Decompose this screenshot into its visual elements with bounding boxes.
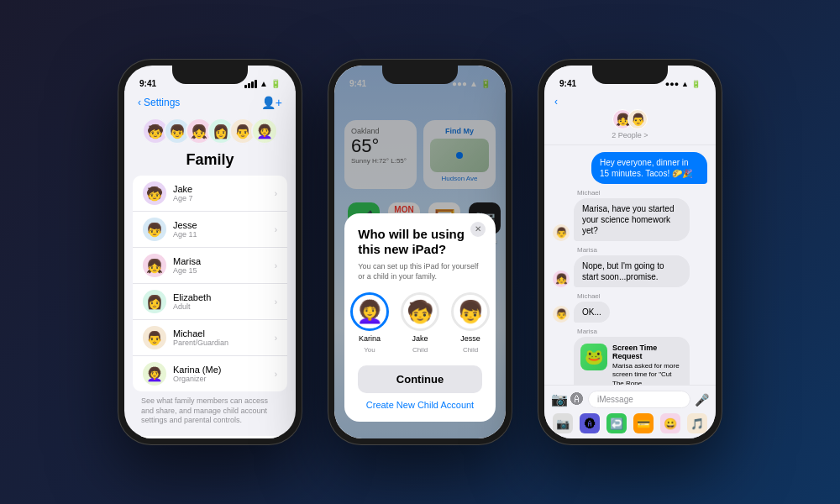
marisa-avatar: 👧 (143, 254, 166, 277)
karina-modal-avatar: 👩‍🦱 (350, 292, 389, 331)
messages-nav: ‹ 👧 👨 2 People > (544, 91, 716, 145)
family-avatar-group: 🧒 👦 👧 👩 👨 👩‍🦱 (124, 113, 296, 148)
strip-music-icon[interactable]: 🎵 (687, 413, 707, 433)
family-checklist-item[interactable]: ☑️ Family Checklist All set › (133, 436, 287, 438)
elizabeth-info: Elizabeth Adult (173, 292, 268, 311)
group-avatar-2: 👨 (627, 109, 648, 129)
strip-appstore-icon[interactable]: 🅐 (580, 413, 600, 433)
screen-time-header: 🐸 Screen Time Request Marisa asked for m… (580, 344, 683, 385)
phone1-time: 9:41 (139, 79, 156, 88)
modal-close-button[interactable]: ✕ (470, 222, 486, 237)
family-members-list: 🧒 Jake Age 7 › 👦 Jesse Age 11 › 👧 Marisa (133, 176, 287, 391)
jesse-info: Jesse Age 11 (173, 220, 268, 239)
michael-bubble-ok: OK... (574, 302, 610, 323)
phone-family-settings: 9:41 ▲ 🔋 ‹ Settings 👤+ 🧒 (118, 59, 302, 445)
add-family-member-icon[interactable]: 👤+ (261, 96, 282, 109)
imessage-input[interactable]: iMessage (588, 391, 690, 408)
battery-icon: 🔋 (691, 80, 701, 88)
appstore-message-icon[interactable]: 🅐 (570, 392, 584, 407)
modal-user-jesse[interactable]: 👦 Jesse Child (451, 292, 490, 354)
avatar-karina: 👩‍🦱 (251, 118, 278, 144)
phone2-screen: 9:41 ●●● ▲ 🔋 Oakland 65° Sunny H:72° L:5… (334, 66, 506, 438)
phone-messages: 9:41 ●●● ▲ 🔋 ‹ 👧 👨 2 People > Hey everyo… (538, 59, 722, 445)
message-left-icons: 📷 🅐 (551, 391, 584, 407)
phone3-screen: 9:41 ●●● ▲ 🔋 ‹ 👧 👨 2 People > Hey everyo… (544, 66, 716, 438)
marisa-sender-name-2: Marisa (574, 328, 690, 335)
phone3-notch (592, 66, 668, 84)
karina-modal-role: You (364, 346, 375, 354)
messages-input-area: 📷 🅐 iMessage 🎤 📷 🅐 ↩️ 💳 😀 🎵 🔴 (544, 385, 716, 438)
jake-modal-role: Child (412, 346, 428, 354)
microphone-icon[interactable]: 🎤 (695, 393, 709, 407)
michael-msg-avatar: 👨 (553, 224, 570, 241)
jake-chevron-icon: › (275, 189, 277, 198)
michael-msg-avatar-2: 👨 (553, 306, 570, 323)
member-marisa[interactable]: 👧 Marisa Age 15 › (133, 248, 287, 284)
karina-modal-name: Karina (359, 334, 381, 343)
jake-modal-name: Jake (412, 334, 428, 343)
family-note: See what family members can access and s… (124, 391, 296, 431)
member-jesse[interactable]: 👦 Jesse Age 11 › (133, 212, 287, 248)
marisa-sender-name: Marisa (574, 246, 690, 254)
jesse-avatar: 👦 (143, 218, 166, 241)
jesse-modal-avatar: 👦 (451, 292, 490, 331)
create-new-child-link[interactable]: Create New Child Account (358, 400, 482, 410)
modal-user-jake[interactable]: 🧒 Jake Child (401, 292, 439, 354)
michael-msg-content: Michael Marisa, have you started your sc… (574, 189, 690, 241)
game-icon: 🐸 (580, 344, 607, 370)
imessage-placeholder: iMessage (597, 395, 633, 404)
elizabeth-avatar: 👩 (143, 290, 166, 313)
strip-memoji-icon[interactable]: 😀 (660, 413, 680, 433)
modal-title: Who will be using this new iPad? (358, 227, 482, 257)
battery-icon: 🔋 (270, 79, 281, 88)
msg-michael-homework: 👨 Michael Marisa, have you started your … (553, 189, 707, 241)
back-to-settings[interactable]: ‹ Settings (138, 97, 180, 108)
msg-screen-time-request: 👧 Marisa 🐸 Screen Time Request Marisa as… (553, 328, 707, 385)
ipad-setup-modal: ✕ Who will be using this new iPad? You c… (344, 213, 496, 422)
jake-modal-avatar: 🧒 (401, 292, 439, 331)
jesse-chevron-icon: › (275, 225, 277, 234)
member-karina[interactable]: 👩‍🦱 Karina (Me) Organizer › (133, 356, 287, 391)
member-jake[interactable]: 🧒 Jake Age 7 › (133, 176, 287, 212)
michael-chevron-icon: › (275, 333, 277, 343)
phone1-notch (172, 66, 248, 84)
camera-message-icon[interactable]: 📷 (551, 391, 568, 407)
signal-icon: ●●● (665, 80, 679, 88)
marisa-chevron-icon: › (275, 261, 277, 270)
messages-conversation: Hey everyone, dinner in 15 minutes. Taco… (544, 145, 716, 385)
msg-marisa-nope: 👧 Marisa Nope, but I'm going to start so… (553, 246, 707, 287)
family-page-title: Family (124, 148, 296, 176)
phone1-screen: 9:41 ▲ 🔋 ‹ Settings 👤+ 🧒 (124, 66, 296, 438)
continue-button[interactable]: Continue (358, 365, 482, 393)
wifi-icon: ▲ (681, 80, 689, 88)
msg-sent-bubble: Hey everyone, dinner in 15 minutes. Taco… (591, 152, 707, 184)
phone3-status-icons: ●●● ▲ 🔋 (665, 80, 701, 88)
messages-input-bar: 📷 🅐 iMessage 🎤 (551, 391, 709, 408)
modal-user-karina[interactable]: 👩‍🦱 Karina You (350, 292, 389, 354)
jake-avatar: 🧒 (143, 181, 166, 205)
screen-time-desc: Marisa asked for more screen time for "C… (612, 362, 683, 385)
strip-cash-icon[interactable]: 💳 (633, 413, 654, 433)
michael-info: Michael Parent/Guardian (173, 328, 268, 347)
marisa-msg-avatar-1: 👧 (553, 270, 570, 287)
msg-sent-content: Hey everyone, dinner in 15 minutes. Taco… (591, 152, 707, 184)
member-michael[interactable]: 👨 Michael Parent/Guardian › (133, 320, 287, 356)
strip-photos-icon[interactable]: 📷 (553, 413, 573, 433)
phone1-status-icons: ▲ 🔋 (244, 79, 281, 88)
marisa-info: Marisa Age 15 (173, 256, 268, 275)
messages-app-strip: 📷 🅐 ↩️ 💳 😀 🎵 🔴 (551, 413, 709, 433)
group-label[interactable]: 2 People > (612, 131, 648, 139)
msg-sent-dinner: Hey everyone, dinner in 15 minutes. Taco… (553, 152, 707, 184)
marisa-msg-content-1: Marisa Nope, but I'm going to start soon… (574, 246, 690, 287)
karina-chevron-icon: › (275, 370, 277, 379)
strip-digital-touch-icon[interactable]: ↩️ (606, 413, 627, 433)
modal-user-list: 👩‍🦱 Karina You 🧒 Jake Child 👦 Jesse Chil… (358, 292, 482, 354)
michael-ok-content: Michael OK... (574, 292, 610, 323)
messages-back-button[interactable]: ‹ (554, 96, 558, 108)
screen-time-content: Marisa 🐸 Screen Time Request Marisa aske… (574, 328, 690, 385)
karina-avatar: 👩‍🦱 (143, 362, 166, 386)
marisa-bubble-nope: Nope, but I'm going to start soon...prom… (574, 255, 690, 287)
member-elizabeth[interactable]: 👩 Elizabeth Adult › (133, 284, 287, 320)
screen-time-card[interactable]: 🐸 Screen Time Request Marisa asked for m… (574, 337, 690, 385)
modal-description: You can set up this iPad for yourself or… (358, 261, 482, 282)
